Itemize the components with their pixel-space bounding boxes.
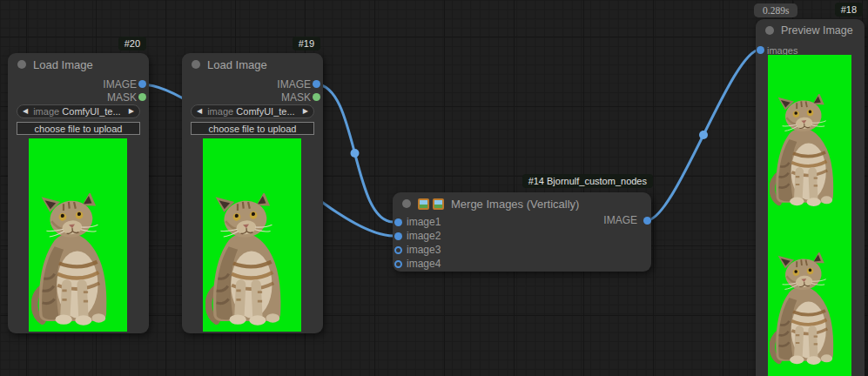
input-slot-images[interactable] xyxy=(757,46,764,54)
cat-image xyxy=(31,193,116,326)
node-preview-image[interactable]: Preview Image images xyxy=(756,19,865,376)
output-label-image: IMAGE xyxy=(277,78,311,91)
node-title-bar: Load Image xyxy=(182,53,323,76)
input-label-image4: image4 xyxy=(407,258,441,270)
collapse-dot-icon[interactable] xyxy=(17,60,26,69)
combo-left-arrow-icon[interactable]: ◀ xyxy=(192,108,207,115)
execution-time-badge: 0.289s xyxy=(754,3,797,17)
output-slot-image[interactable] xyxy=(643,217,651,225)
output-slot-image[interactable] xyxy=(313,80,320,88)
collapse-dot-icon[interactable] xyxy=(192,60,200,69)
output-label-image: IMAGE xyxy=(603,214,637,226)
input-label-image2: image2 xyxy=(407,230,441,242)
merged-image-preview xyxy=(768,55,851,376)
combo-value: ComfyUI_te... xyxy=(59,107,124,117)
input-slot-image3[interactable] xyxy=(394,246,402,254)
combo-value: ComfyUI_te... xyxy=(233,107,298,117)
input-label-image3: image3 xyxy=(407,244,441,256)
output-label-mask: MASK xyxy=(107,91,137,104)
output-label-image: IMAGE xyxy=(103,78,137,91)
node-title-bar: Merge Images (Vertically) xyxy=(393,192,651,215)
link-midpoint-dot[interactable] xyxy=(699,131,708,139)
cat-image xyxy=(205,193,290,326)
output-slot-mask[interactable] xyxy=(313,93,320,101)
node-id-badge: #18 xyxy=(835,3,863,17)
node-id-badge: #14 Bjornulf_custom_nodes xyxy=(522,174,653,188)
node-graph-canvas[interactable]: #20 #19 #14 Bjornulf_custom_nodes #18 0.… xyxy=(0,0,868,376)
combo-right-arrow-icon[interactable]: ▶ xyxy=(298,108,313,115)
input-label-image1: image1 xyxy=(407,216,441,228)
collapse-dot-icon[interactable] xyxy=(765,26,774,35)
node-load-image-20[interactable]: Load Image IMAGE MASK ◀ image ComfyUI_te… xyxy=(8,53,149,333)
node-title: Merge Images (Vertically) xyxy=(451,198,579,211)
loaded-image-preview xyxy=(29,138,127,332)
upload-button[interactable]: choose file to upload xyxy=(17,122,140,135)
cat-image xyxy=(770,94,841,207)
combo-left-arrow-icon[interactable]: ◀ xyxy=(17,108,33,115)
node-title-bar: Preview Image xyxy=(756,19,865,42)
input-slot-image2[interactable] xyxy=(394,232,402,240)
node-merge-images[interactable]: Merge Images (Vertically) image1 image2 … xyxy=(393,192,651,272)
output-slot-mask[interactable] xyxy=(138,93,146,101)
output-label-mask: MASK xyxy=(281,91,311,104)
node-load-image-19[interactable]: Load Image IMAGE MASK ◀ image ComfyUI_te… xyxy=(182,53,323,333)
output-slot-image[interactable] xyxy=(138,80,146,88)
node-title: Preview Image xyxy=(781,24,853,37)
node-id-badge: #19 xyxy=(293,37,320,50)
node-title-bar: Load Image xyxy=(8,53,149,76)
framed-picture-icon xyxy=(433,198,444,210)
node-id-badge: #20 xyxy=(118,37,146,50)
combo-type-label: image xyxy=(33,107,59,117)
node-title: Load Image xyxy=(207,58,267,71)
cat-image xyxy=(770,252,841,366)
input-slot-image4[interactable] xyxy=(394,260,402,268)
combo-right-arrow-icon[interactable]: ▶ xyxy=(124,108,139,115)
combo-type-label: image xyxy=(207,107,233,117)
node-title: Load Image xyxy=(33,58,93,71)
input-slot-image1[interactable] xyxy=(394,218,402,226)
framed-picture-icon xyxy=(418,198,429,210)
collapse-dot-icon[interactable] xyxy=(402,199,411,208)
link-midpoint-dot[interactable] xyxy=(351,149,360,158)
upload-button[interactable]: choose file to upload xyxy=(191,122,314,135)
loaded-image-preview xyxy=(203,138,301,332)
image-combo-widget[interactable]: ◀ image ComfyUI_te... ▶ xyxy=(191,104,314,118)
image-combo-widget[interactable]: ◀ image ComfyUI_te... ▶ xyxy=(17,104,140,118)
